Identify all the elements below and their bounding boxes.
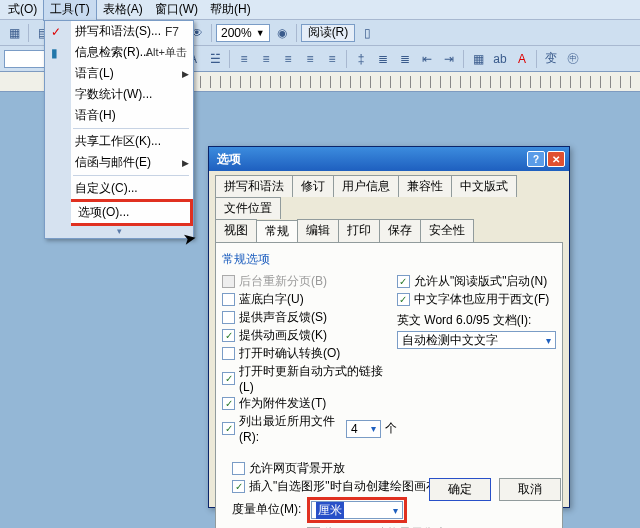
- chevron-down-icon: ▾: [546, 335, 551, 346]
- chk-update-links[interactable]: [222, 372, 235, 385]
- dd-research[interactable]: ▮ 信息检索(R)... Alt+单击: [45, 42, 193, 63]
- align-left-icon[interactable]: ≡: [234, 49, 254, 69]
- check-abc-icon: ✓: [51, 25, 61, 39]
- section-general-title: 常规选项: [222, 251, 556, 268]
- tabs-row-1: 拼写和语法 修订 用户信息 兼容性 中文版式 文件位置: [209, 171, 569, 219]
- menubar: 式(O) 工具(T) 表格(A) 窗口(W) 帮助(H): [0, 0, 640, 20]
- chk-bg-repaginate: [222, 275, 235, 288]
- menu-table[interactable]: 表格(A): [97, 0, 149, 20]
- tab-view[interactable]: 视图: [215, 219, 257, 242]
- font-color-icon[interactable]: A: [512, 49, 532, 69]
- word6-select[interactable]: 自动检测中文文字 ▾: [397, 331, 556, 349]
- chk-chinese-font[interactable]: [397, 293, 410, 306]
- unit-highlight: 厘米 ▾: [307, 497, 407, 523]
- tab-general[interactable]: 常规: [256, 220, 298, 243]
- spinner-icon: ▾: [371, 423, 376, 434]
- chk-web-bg[interactable]: [232, 462, 245, 475]
- tab-edit[interactable]: 编辑: [297, 219, 339, 242]
- dd-options-highlight: 选项(O)...: [45, 199, 193, 226]
- dd-speech[interactable]: 语音(H): [45, 105, 193, 126]
- zoom-value: 200%: [221, 26, 252, 40]
- menu-help[interactable]: 帮助(H): [204, 0, 257, 20]
- tab-spelling[interactable]: 拼写和语法: [215, 175, 293, 197]
- number-list-icon[interactable]: ≣: [373, 49, 393, 69]
- menu-format[interactable]: 式(O): [2, 0, 43, 20]
- border-icon[interactable]: ▦: [468, 49, 488, 69]
- tabs-row-2: 视图 常规 编辑 打印 保存 安全性: [209, 219, 569, 242]
- dd-letters-mail[interactable]: 信函与邮件(E) ▶: [45, 152, 193, 173]
- chk-reading-layout[interactable]: [397, 275, 410, 288]
- dialog-title: 选项: [217, 151, 241, 168]
- tab-save[interactable]: 保存: [379, 219, 421, 242]
- dd-spelling[interactable]: ✓ 拼写和语法(S)... F7: [45, 21, 193, 42]
- tab-track[interactable]: 修订: [292, 175, 334, 197]
- dd-shared-workspace[interactable]: 共享工作区(K)...: [45, 131, 193, 152]
- tab-userinfo[interactable]: 用户信息: [333, 175, 399, 197]
- dialog-help-button[interactable]: ?: [527, 151, 545, 167]
- unit-select[interactable]: 厘米 ▾: [311, 501, 403, 519]
- chevron-right-icon: ▶: [182, 69, 189, 79]
- dd-options[interactable]: 选项(O)...: [48, 202, 190, 223]
- ok-button[interactable]: 确定: [429, 478, 491, 501]
- toolbox-icon[interactable]: ▦: [4, 23, 24, 43]
- char-scale-icon[interactable]: ☱: [205, 49, 225, 69]
- dialog-titlebar: 选项 ? ✕: [209, 147, 569, 171]
- line-spacing-icon[interactable]: ‡: [351, 49, 371, 69]
- tab-asian[interactable]: 中文版式: [451, 175, 517, 197]
- zoom-select[interactable]: 200% ▼: [216, 24, 270, 42]
- chk-animation[interactable]: [222, 329, 235, 342]
- tools-dropdown: ✓ 拼写和语法(S)... F7 ▮ 信息检索(R)... Alt+单击 语言(…: [44, 20, 194, 239]
- align-right-icon[interactable]: ≡: [278, 49, 298, 69]
- tab-print[interactable]: 打印: [338, 219, 380, 242]
- dd-language[interactable]: 语言(L) ▶: [45, 63, 193, 84]
- mouse-cursor-icon: ➤: [181, 228, 197, 249]
- dd-wordcount[interactable]: 字数统计(W)...: [45, 84, 193, 105]
- tab-compat[interactable]: 兼容性: [398, 175, 452, 197]
- chk-blue-bg[interactable]: [222, 293, 235, 306]
- indent-icon[interactable]: ⇥: [439, 49, 459, 69]
- chk-recent-files[interactable]: [222, 422, 235, 435]
- chk-confirm-convert[interactable]: [222, 347, 235, 360]
- cancel-button[interactable]: 取消: [499, 478, 561, 501]
- menu-tools[interactable]: 工具(T): [43, 0, 96, 21]
- align-justify-icon[interactable]: ≡: [300, 49, 320, 69]
- bullet-list-icon[interactable]: ≣: [395, 49, 415, 69]
- chk-sound[interactable]: [222, 311, 235, 324]
- unit-label: 度量单位(M):: [232, 497, 301, 518]
- outdent-icon[interactable]: ⇤: [417, 49, 437, 69]
- dialog-close-button[interactable]: ✕: [547, 151, 565, 167]
- read-mode-button[interactable]: 阅读(R): [301, 24, 356, 42]
- distribute-icon[interactable]: ≡: [322, 49, 342, 69]
- book-icon: ▮: [51, 46, 58, 60]
- options-dialog: 选项 ? ✕ 拼写和语法 修订 用户信息 兼容性 中文版式 文件位置 视图 常规…: [208, 146, 570, 508]
- chevron-right-icon: ▶: [182, 158, 189, 168]
- help-icon[interactable]: ◉: [272, 23, 292, 43]
- highlight-color-icon[interactable]: ab: [490, 49, 510, 69]
- ruby-icon[interactable]: 变: [541, 49, 561, 69]
- chk-send-attachment[interactable]: [222, 397, 235, 410]
- recent-files-spinner[interactable]: 4 ▾: [346, 420, 381, 438]
- tab-security[interactable]: 安全性: [420, 219, 474, 242]
- align-center-icon[interactable]: ≡: [256, 49, 276, 69]
- dd-customize[interactable]: 自定义(C)...: [45, 178, 193, 199]
- layout-icon[interactable]: ▯: [357, 23, 377, 43]
- chevron-down-icon: ▾: [393, 505, 398, 516]
- phonetic-icon[interactable]: ㊥: [563, 49, 583, 69]
- chevron-down-icon: ▼: [256, 28, 265, 38]
- menu-window[interactable]: 窗口(W): [149, 0, 204, 20]
- tab-filelocations[interactable]: 文件位置: [215, 197, 281, 219]
- word6-label: 英文 Word 6.0/95 文档(I):: [397, 312, 556, 329]
- chk-auto-canvas[interactable]: [232, 480, 245, 493]
